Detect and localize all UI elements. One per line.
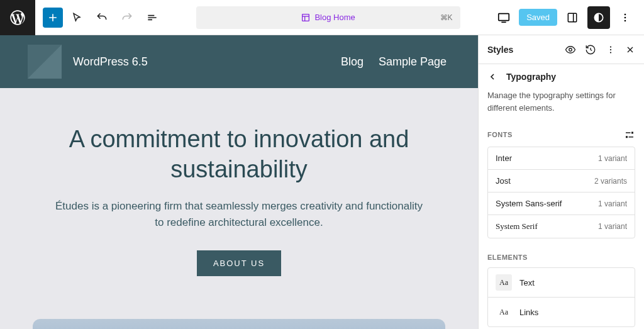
eye-icon (565, 44, 576, 55)
svg-point-7 (625, 13, 626, 15)
template-icon (301, 13, 311, 23)
svg-point-13 (610, 52, 611, 53)
sidebar-title: Styles (487, 45, 513, 55)
template-name: Blog Home (314, 13, 355, 22)
svg-rect-0 (303, 14, 309, 21)
font-item-system-serif[interactable]: System Serif 1 variant (488, 215, 635, 238)
style-book-button[interactable] (565, 44, 576, 55)
sidebar-header: Styles (479, 35, 644, 64)
font-variants: 1 variant (598, 154, 627, 163)
svg-point-10 (569, 48, 572, 51)
editor-canvas[interactable]: WordPress 6.5 Blog Sample Page A commitm… (0, 35, 478, 329)
add-block-button[interactable] (43, 8, 63, 28)
svg-rect-5 (568, 13, 576, 21)
svg-point-11 (610, 46, 611, 47)
wordpress-logo[interactable] (0, 0, 35, 35)
toolbar-left (35, 6, 171, 29)
font-item-jost[interactable]: Jost 2 variants (488, 170, 635, 192)
chevron-left-icon (487, 72, 497, 82)
command-shortcut: ⌘K (440, 13, 453, 22)
hero-image[interactable] (33, 319, 445, 329)
font-settings-button[interactable] (624, 129, 635, 140)
contrast-icon (592, 11, 605, 24)
font-variants: 2 variants (594, 177, 627, 186)
view-button[interactable] (492, 6, 515, 29)
site-header[interactable]: WordPress 6.5 Blog Sample Page (0, 35, 478, 88)
undo-icon (96, 11, 108, 24)
font-name: System Serif (496, 221, 538, 231)
command-bar[interactable]: Blog Home ⌘K (196, 6, 460, 29)
about-us-button[interactable]: ABOUT US (197, 250, 281, 276)
main-area: WordPress 6.5 Blog Sample Page A commitm… (0, 35, 644, 329)
text-icon: Aa (496, 274, 512, 291)
revisions-button[interactable] (585, 44, 596, 55)
font-list: Inter 1 variant Jost 2 variants System S… (487, 147, 635, 238)
element-item-text[interactable]: Aa Text (488, 268, 635, 298)
document-overview-button[interactable] (141, 6, 164, 29)
nav-item-sample[interactable]: Sample Page (379, 55, 447, 69)
panel-description: Manage the typography settings for diffe… (479, 89, 644, 124)
links-icon: Aa (496, 304, 512, 320)
styles-button[interactable] (587, 6, 610, 29)
fonts-label: Fonts (487, 131, 513, 138)
font-name: Inter (496, 153, 512, 163)
svg-point-12 (610, 48, 611, 50)
font-item-system-sans[interactable]: System Sans-serif 1 variant (488, 192, 635, 215)
wordpress-icon (9, 9, 26, 26)
hero-section[interactable]: A commitment to innovation and sustainab… (0, 88, 478, 289)
sliders-icon (624, 129, 635, 140)
fonts-section-header: Fonts (479, 124, 644, 147)
more-options-button[interactable] (614, 6, 636, 29)
elements-section-header: Elements (479, 248, 644, 267)
sidebar-more-button[interactable] (605, 44, 616, 55)
command-bar-area: Blog Home ⌘K (171, 6, 485, 29)
svg-rect-3 (499, 13, 509, 20)
history-icon (585, 44, 596, 55)
panel-nav: Typography (479, 64, 644, 89)
plus-icon (47, 11, 59, 24)
element-list: Aa Text Aa Links (487, 267, 635, 327)
font-item-inter[interactable]: Inter 1 variant (488, 147, 635, 170)
styles-sidebar: Styles Typography Man (478, 35, 644, 329)
hero-paragraph[interactable]: Études is a pioneering firm that seamles… (50, 198, 428, 231)
toolbar-right: Saved (485, 6, 644, 29)
font-name: System Sans-serif (496, 199, 562, 208)
site-nav: Blog Sample Page (341, 55, 447, 69)
panel-title: Typography (506, 72, 556, 82)
nav-item-blog[interactable]: Blog (341, 55, 364, 69)
svg-point-9 (625, 20, 626, 21)
redo-button[interactable] (116, 6, 138, 29)
more-icon (605, 44, 616, 55)
undo-button[interactable] (91, 6, 113, 29)
element-item-links[interactable]: Aa Links (488, 298, 635, 326)
font-name: Jost (496, 176, 511, 186)
select-tool-button[interactable] (65, 6, 88, 29)
back-button[interactable] (487, 72, 497, 82)
close-sidebar-button[interactable] (625, 45, 635, 55)
sidebar-icon (566, 11, 579, 24)
top-toolbar: Blog Home ⌘K Saved (0, 0, 644, 35)
redo-icon (121, 11, 133, 24)
svg-point-8 (625, 16, 626, 18)
desktop-icon (497, 11, 511, 25)
font-variants: 1 variant (598, 199, 627, 208)
site-title[interactable]: WordPress 6.5 (73, 55, 148, 69)
site-logo[interactable] (28, 45, 62, 79)
element-label: Text (519, 278, 535, 287)
cursor-icon (70, 11, 83, 24)
settings-sidebar-button[interactable] (561, 6, 584, 29)
close-icon (625, 45, 635, 55)
element-label: Links (519, 308, 538, 317)
hero-heading[interactable]: A commitment to innovation and sustainab… (50, 125, 428, 184)
font-variants: 1 variant (598, 222, 627, 231)
site-brand: WordPress 6.5 (28, 45, 148, 79)
save-button[interactable]: Saved (519, 9, 557, 26)
more-icon (619, 11, 631, 24)
list-icon (146, 11, 158, 24)
elements-label: Elements (487, 254, 528, 261)
